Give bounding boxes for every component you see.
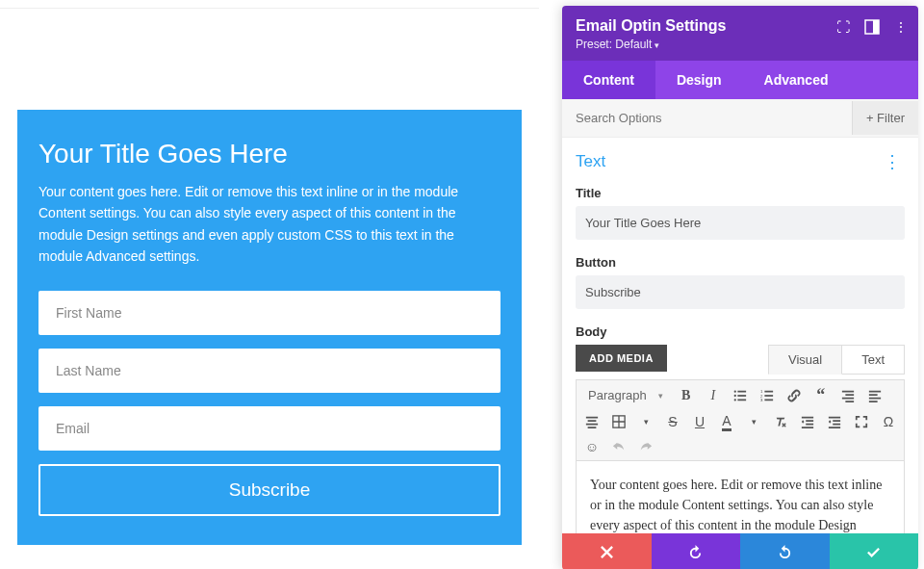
save-button[interactable] <box>830 533 919 569</box>
button-field-input[interactable] <box>576 275 905 309</box>
align-left-icon[interactable] <box>867 388 883 403</box>
title-field-input[interactable] <box>576 206 905 240</box>
preset-dropdown[interactable]: Preset: Default <box>576 38 905 51</box>
tab-advanced[interactable]: Advanced <box>743 61 850 99</box>
svg-point-6 <box>733 399 735 401</box>
svg-rect-18 <box>869 390 881 392</box>
align-right-icon[interactable] <box>840 388 856 403</box>
cancel-button[interactable] <box>562 533 652 569</box>
svg-rect-24 <box>586 424 598 426</box>
svg-rect-13 <box>764 399 773 401</box>
filter-button[interactable]: Filter <box>852 101 918 135</box>
svg-rect-37 <box>833 424 840 426</box>
panel-tabs: Content Design Advanced <box>562 61 918 99</box>
tab-content[interactable]: Content <box>562 61 655 99</box>
svg-point-4 <box>733 394 735 396</box>
special-char-icon[interactable]: Ω <box>881 414 896 429</box>
svg-rect-15 <box>845 394 854 396</box>
emoji-icon[interactable]: ☺ <box>584 439 600 454</box>
text-color-dropdown-icon[interactable]: ▾ <box>746 414 761 429</box>
svg-rect-38 <box>829 427 840 428</box>
optin-body-text[interactable]: Your content goes here. Edit or remove t… <box>38 181 500 268</box>
svg-rect-32 <box>806 420 813 422</box>
panel-header: Email Optin Settings Preset: Default ⛶ ⋮ <box>562 6 918 61</box>
svg-rect-14 <box>842 390 854 392</box>
svg-rect-7 <box>737 399 746 401</box>
section-title-text[interactable]: Text <box>576 152 605 171</box>
svg-rect-1 <box>873 20 879 34</box>
svg-rect-19 <box>869 394 878 396</box>
blockquote-icon[interactable]: “ <box>813 388 829 403</box>
numbered-list-icon[interactable]: 123 <box>759 388 775 403</box>
kebab-menu-icon[interactable]: ⋮ <box>893 19 909 35</box>
fullscreen-icon[interactable] <box>854 414 869 429</box>
panel-body: Text ⋮ Title Button Body ADD MEDIA Visua… <box>562 138 918 533</box>
svg-rect-22 <box>586 417 598 419</box>
section-more-icon[interactable]: ⋮ <box>880 151 905 172</box>
optin-title[interactable]: Your Title Goes Here <box>38 139 500 169</box>
undo-button[interactable] <box>652 533 741 569</box>
link-icon[interactable] <box>786 388 802 403</box>
editor-redo-icon[interactable] <box>638 439 654 454</box>
svg-rect-20 <box>869 397 881 399</box>
svg-rect-5 <box>737 395 746 397</box>
svg-rect-9 <box>764 390 773 392</box>
svg-rect-34 <box>802 427 813 428</box>
clear-format-icon[interactable] <box>773 414 788 429</box>
svg-rect-17 <box>845 401 854 402</box>
svg-rect-23 <box>588 420 597 422</box>
svg-rect-36 <box>833 420 840 422</box>
button-field-label: Button <box>576 255 905 270</box>
table-dropdown-icon[interactable]: ▾ <box>638 414 654 429</box>
subscribe-button[interactable]: Subscribe <box>38 464 500 516</box>
indent-icon[interactable] <box>827 414 842 429</box>
svg-point-2 <box>733 390 735 392</box>
add-media-button[interactable]: ADD MEDIA <box>576 345 667 372</box>
snap-icon[interactable] <box>864 19 880 35</box>
email-input[interactable] <box>38 406 500 451</box>
title-field-label: Title <box>576 186 905 200</box>
body-field-label: Body <box>576 324 905 339</box>
strikethrough-icon[interactable]: S <box>665 414 680 429</box>
svg-text:3: 3 <box>760 398 763 402</box>
align-center-icon[interactable] <box>584 414 600 429</box>
expand-icon[interactable]: ⛶ <box>835 19 851 35</box>
first-name-input[interactable] <box>38 291 500 335</box>
editor-tab-visual[interactable]: Visual <box>768 345 842 375</box>
search-row: Filter <box>562 99 918 138</box>
underline-icon[interactable]: U <box>692 414 707 429</box>
editor-undo-icon[interactable] <box>611 439 627 454</box>
svg-rect-21 <box>869 401 878 402</box>
svg-rect-11 <box>764 395 773 397</box>
bold-icon[interactable]: B <box>679 388 694 403</box>
svg-rect-35 <box>829 417 840 419</box>
svg-rect-33 <box>806 424 813 426</box>
editor-content[interactable]: Your content goes here. Edit or remove t… <box>576 461 905 533</box>
svg-rect-3 <box>737 390 746 392</box>
page-canvas: Your Title Goes Here Your content goes h… <box>0 0 539 569</box>
editor-tab-text[interactable]: Text <box>842 345 905 375</box>
redo-button[interactable] <box>740 533 830 569</box>
settings-panel: Email Optin Settings Preset: Default ⛶ ⋮… <box>562 6 918 569</box>
email-optin-module[interactable]: Your Title Goes Here Your content goes h… <box>17 110 522 545</box>
divider <box>0 8 539 9</box>
italic-icon[interactable]: I <box>706 388 721 403</box>
tab-design[interactable]: Design <box>655 61 743 99</box>
search-input[interactable] <box>562 99 852 137</box>
svg-rect-25 <box>588 427 597 428</box>
svg-rect-16 <box>842 397 854 399</box>
svg-rect-31 <box>802 417 813 419</box>
bullet-list-icon[interactable] <box>732 388 748 403</box>
text-color-icon[interactable]: A <box>719 414 734 429</box>
editor-toolbar: Paragraph B I 123 “ ▾ S U A ▾ Ω ☺ <box>576 379 905 461</box>
last-name-input[interactable] <box>38 349 500 393</box>
outdent-icon[interactable] <box>800 414 815 429</box>
panel-footer <box>562 533 918 569</box>
paragraph-dropdown[interactable]: Paragraph <box>584 386 667 404</box>
table-icon[interactable] <box>611 414 627 429</box>
